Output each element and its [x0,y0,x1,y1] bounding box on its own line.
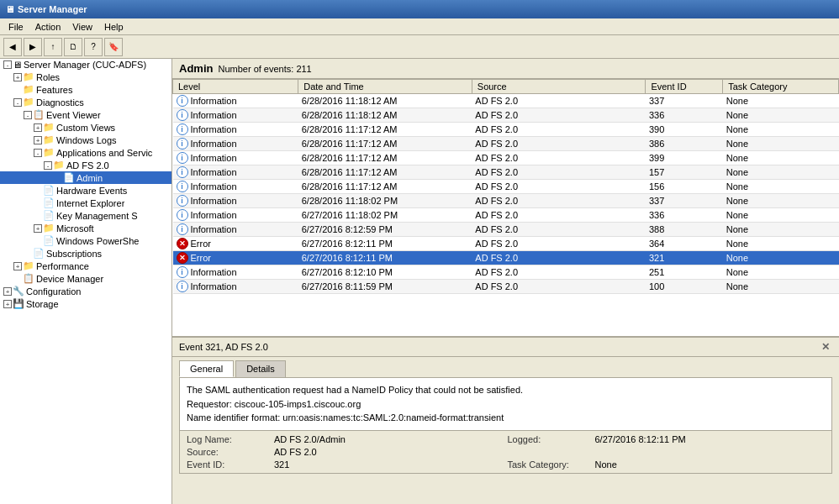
table-row[interactable]: iInformation6/27/2016 8:11:59 PMAD FS 2.… [173,280,839,294]
forward-button[interactable]: ▶ [24,38,42,56]
log-name-label: Log Name: [187,434,271,444]
event-viewer-icon: 📋 [33,109,45,120]
ps-icon: 📄 [43,235,55,246]
sidebar-item-key-mgmt[interactable]: 📄 Key Management S [0,209,171,222]
sidebar-item-roles[interactable]: + 📁 Roles [0,71,171,83]
tab-details[interactable]: Details [235,360,286,377]
sidebar-label: Internet Explorer [56,198,124,208]
table-row[interactable]: iInformation6/28/2016 11:18:02 PMAD FS 2… [173,194,839,208]
menu-help[interactable]: Help [99,21,129,33]
sidebar-item-microsoft[interactable]: + 📁 Microsoft [0,222,171,234]
table-row[interactable]: ✕Error6/27/2016 8:12:11 PMAD FS 2.0321No… [173,251,839,265]
table-row[interactable]: iInformation6/28/2016 11:17:12 AMAD FS 2… [173,123,839,137]
table-row[interactable]: iInformation6/28/2016 11:18:12 AMAD FS 2… [173,108,839,123]
table-row[interactable]: iInformation6/28/2016 11:17:12 AMAD FS 2… [173,165,839,180]
sidebar-item-performance[interactable]: + 📁 Performance [0,260,171,272]
back-button[interactable]: ◀ [3,38,22,56]
title-bar: 🖥 Server Manager [0,0,839,18]
table-row[interactable]: iInformation6/27/2016 11:18:02 PMAD FS 2… [173,208,839,223]
col-datetime[interactable]: Date and Time [298,80,472,94]
menu-action[interactable]: Action [30,21,66,33]
table-row[interactable]: ✕Error6/27/2016 8:12:11 PMAD FS 2.0364No… [173,237,839,251]
info-icon: i [177,209,188,221]
info-icon: i [177,281,188,292]
info-icon: i [177,195,188,207]
event-task-category: None [723,280,839,294]
info-icon: i [177,109,188,121]
table-row[interactable]: iInformation6/28/2016 11:17:12 AMAD FS 2… [173,137,839,151]
event-source: AD FS 2.0 [472,165,646,180]
sidebar-item-configuration[interactable]: + 🔧 Configuration [0,285,171,297]
event-id: 100 [646,280,723,294]
tab-general[interactable]: General [179,360,234,377]
table-row[interactable]: iInformation6/27/2016 8:12:10 PMAD FS 2.… [173,265,839,280]
event-id: 390 [646,123,723,137]
table-row[interactable]: iInformation6/28/2016 11:18:12 AMAD FS 2… [173,94,839,108]
microsoft-icon: 📁 [43,223,55,234]
expand-icon: + [34,123,42,132]
event-source: AD FS 2.0 [472,251,646,265]
sidebar-item-custom-views[interactable]: + 📁 Custom Views [0,121,171,134]
events-table: Level Date and Time Source Event ID Task… [172,79,839,294]
detail-fields: Log Name: AD FS 2.0/Admin Logged: 6/27/2… [180,430,831,473]
sidebar-label: Diagnostics [36,97,84,108]
sidebar-label: Server Manager (CUC-ADFS) [24,60,146,70]
events-section: Level Date and Time Source Event ID Task… [172,79,839,336]
event-task-category: None [723,194,839,208]
sidebar-item-app-services[interactable]: - 📁 Applications and Servic [0,146,171,159]
event-id: 388 [646,223,723,237]
col-source[interactable]: Source [472,80,646,94]
sidebar-item-subscriptions[interactable]: 📄 Subscriptions [0,247,171,260]
event-task-category: None [723,151,839,165]
sidebar-item-windows-logs[interactable]: + 📁 Windows Logs [0,134,171,146]
info-icon: i [177,95,188,107]
expand-icon: - [44,161,52,170]
title-bar-icon: 🖥 [5,4,14,14]
info-icon: i [177,138,188,150]
sidebar-item-storage[interactable]: + 💾 Storage [0,297,171,310]
sidebar-item-internet-explorer[interactable]: 📄 Internet Explorer [0,197,171,209]
event-id: 337 [646,194,723,208]
event-task-category: None [723,237,839,251]
table-row[interactable]: iInformation6/27/2016 8:12:59 PMAD FS 2.… [173,223,839,237]
event-datetime: 6/27/2016 8:11:59 PM [298,280,472,294]
event-source: AD FS 2.0 [472,280,646,294]
sidebar-label: Device Manager [36,274,103,284]
event-datetime: 6/27/2016 8:12:10 PM [298,265,472,280]
sidebar-item-hardware-events[interactable]: 📄 Hardware Events [0,184,171,197]
sidebar-item-admin[interactable]: 📄 Admin [0,171,171,184]
event-level: iInformation [173,94,298,108]
menu-view[interactable]: View [67,21,98,33]
sidebar-label: Event Viewer [46,110,101,120]
sidebar-item-diagnostics[interactable]: - 📁 Diagnostics [0,96,171,108]
sidebar-item-windows-ps[interactable]: 📄 Windows PowerShe [0,234,171,247]
bookmark-button[interactable]: 🔖 [104,38,123,56]
sidebar-item-server-manager[interactable]: - 🖥 Server Manager (CUC-ADFS) [0,59,171,71]
sidebar-item-event-viewer[interactable]: - 📋 Event Viewer [0,108,171,121]
up-button[interactable]: ↑ [44,38,62,56]
col-taskcategory[interactable]: Task Category [723,80,839,94]
sidebar-label: Key Management S [56,211,138,221]
col-eventid[interactable]: Event ID [646,80,723,94]
sidebar-label: Windows PowerShe [56,236,139,246]
sidebar-item-adfs[interactable]: - 📁 AD FS 2.0 [0,159,171,171]
sidebar-item-device-mgr[interactable]: 📋 Device Manager [0,272,171,285]
close-button[interactable]: ✕ [819,340,832,354]
info-icon: i [177,266,188,278]
sidebar-item-features[interactable]: 📁 Features [0,83,171,96]
new-button[interactable]: 🗋 [64,38,82,56]
event-source: AD FS 2.0 [472,123,646,137]
detail-message-scroll[interactable]: The SAML authentication request had a Na… [180,378,831,430]
table-row[interactable]: iInformation6/28/2016 11:17:12 AMAD FS 2… [173,151,839,165]
help-button[interactable]: ? [84,38,103,56]
expand-icon: - [3,60,12,69]
table-row[interactable]: iInformation6/28/2016 11:17:12 AMAD FS 2… [173,180,839,194]
menu-file[interactable]: File [3,21,29,33]
windows-logs-icon: 📁 [43,134,55,145]
event-id: 321 [646,251,723,265]
logged-value: 6/27/2016 8:12:11 PM [595,434,826,444]
event-source: AD FS 2.0 [472,194,646,208]
event-id-label: Event ID: [187,459,271,470]
source-label: Source: [187,447,271,457]
col-level[interactable]: Level [173,80,298,94]
